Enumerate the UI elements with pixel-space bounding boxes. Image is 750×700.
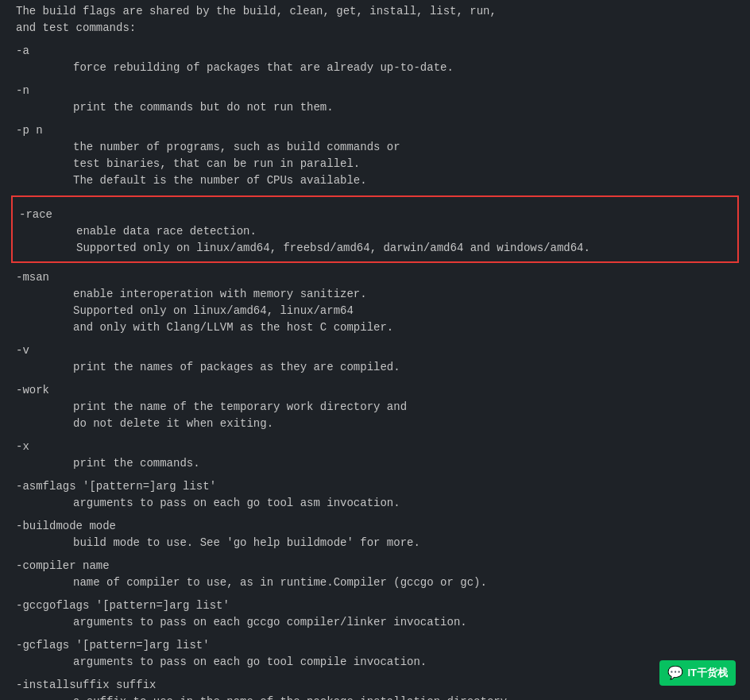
flag-name: -gccgoflags '[pattern=]arg list': [16, 598, 734, 614]
flag-section-11: -gccgoflags '[pattern=]arg list'argument…: [16, 598, 734, 631]
flag-section-0: -aforce rebuilding of packages that are …: [16, 43, 734, 76]
flag-name: -msan: [16, 269, 734, 286]
flag-desc-0: print the commands but do not run them.: [16, 99, 734, 116]
flag-name: -a: [16, 43, 734, 60]
flag-desc-0: a suffix to use in the name of the packa…: [16, 694, 734, 700]
flag-desc-1: do not delete it when exiting.: [16, 416, 734, 432]
flag-name: -asmflags '[pattern=]arg list': [16, 478, 734, 495]
header-line-1: The build flags are shared by the build,…: [16, 3, 734, 20]
flag-section-12: -gcflags '[pattern=]arg list'arguments t…: [16, 637, 734, 671]
flag-name: -gcflags '[pattern=]arg list': [16, 637, 734, 654]
flag-desc-1: test binaries, that can be run in parall…: [16, 156, 734, 172]
flag-desc-0: arguments to pass on each gccgo compiler…: [16, 614, 734, 631]
flag-desc-0: the number of programs, such as build co…: [16, 139, 734, 156]
flags-container: -aforce rebuilding of packages that are …: [16, 43, 734, 700]
highlighted-flag-box: -raceenable data race detection.Supporte…: [11, 195, 739, 263]
flag-desc-1: Supported only on linux/amd64, linux/arm…: [16, 303, 734, 319]
flag-name: -n: [16, 83, 734, 99]
flag-section-8: -asmflags '[pattern=]arg list'arguments …: [16, 478, 734, 512]
flag-desc-0: arguments to pass on each go tool compil…: [16, 654, 734, 671]
flag-desc-0: arguments to pass on each go tool asm in…: [16, 495, 734, 512]
flag-desc-0: enable interoperation with memory saniti…: [16, 286, 734, 303]
flag-desc-0: enable data race detection.: [19, 223, 731, 240]
flag-name: -work: [16, 382, 734, 399]
flag-section-3: -raceenable data race detection.Supporte…: [16, 195, 734, 263]
content-area: The build flags are shared by the build,…: [0, 0, 750, 700]
flag-section-4: -msanenable interoperation with memory s…: [16, 269, 734, 336]
flag-name: -v: [16, 342, 734, 359]
flag-name: -race: [19, 207, 731, 223]
flag-section-13: -installsuffix suffixa suffix to use in …: [16, 677, 734, 700]
flag-desc-0: print the names of packages as they are …: [16, 359, 734, 376]
header-line-2: and test commands:: [16, 20, 734, 37]
flag-section-7: -xprint the commands.: [16, 439, 734, 472]
flag-section-1: -nprint the commands but do not run them…: [16, 83, 734, 116]
flag-name: -p n: [16, 122, 734, 139]
flag-section-2: -p nthe number of programs, such as buil…: [16, 122, 734, 189]
flag-section-6: -workprint the name of the temporary wor…: [16, 382, 734, 432]
flag-desc-0: print the commands.: [16, 455, 734, 472]
flag-desc-0: force rebuilding of packages that are al…: [16, 60, 734, 76]
flag-name: -compiler name: [16, 558, 734, 574]
flag-desc-2: The default is the number of CPUs availa…: [16, 172, 734, 189]
watermark-icon: 💬: [667, 663, 683, 683]
flag-name: -x: [16, 439, 734, 455]
flag-desc-0: build mode to use. See 'go help buildmod…: [16, 535, 734, 551]
flag-name: -buildmode mode: [16, 518, 734, 535]
flag-desc-0: name of compiler to use, as in runtime.C…: [16, 574, 734, 591]
flag-desc-0: print the name of the temporary work dir…: [16, 399, 734, 416]
flag-desc-2: and only with Clang/LLVM as the host C c…: [16, 319, 734, 336]
flag-name: -installsuffix suffix: [16, 677, 734, 694]
flag-desc-1: Supported only on linux/amd64, freebsd/a…: [19, 240, 731, 257]
terminal-window: The build flags are shared by the build,…: [0, 0, 750, 700]
watermark-text: IT干货栈: [687, 665, 728, 681]
flag-section-10: -compiler namename of compiler to use, a…: [16, 558, 734, 591]
watermark: 💬 IT干货栈: [659, 660, 736, 686]
flag-section-9: -buildmode modebuild mode to use. See 'g…: [16, 518, 734, 551]
flag-section-5: -vprint the names of packages as they ar…: [16, 342, 734, 376]
header-section: The build flags are shared by the build,…: [16, 3, 734, 37]
